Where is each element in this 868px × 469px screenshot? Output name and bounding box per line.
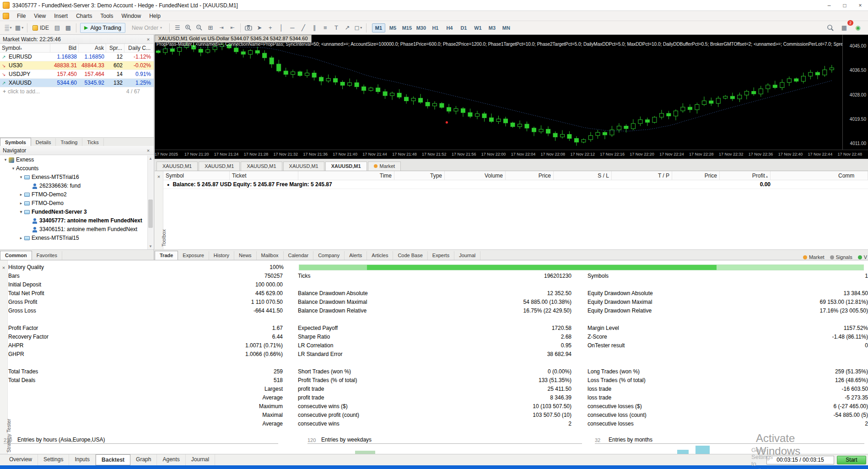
market-watch-row-usdjpy[interactable]: ↘USDJPY157.450157.464140.91% <box>0 70 154 79</box>
toolbox-tab-code-base[interactable]: Code Base <box>393 251 427 260</box>
market-tab[interactable]: Market <box>368 162 401 171</box>
menu-item-tools[interactable]: Tools <box>97 11 118 21</box>
navigator-item[interactable]: ▾Exness-MT5Trial16 <box>0 173 148 182</box>
cursor-pointer-icon[interactable]: ➤ <box>254 23 264 33</box>
toolbox-tab-articles[interactable]: Articles <box>367 251 393 260</box>
navigator-item[interactable]: 262336636: fund <box>0 182 148 190</box>
expander-closed-icon[interactable]: ▸ <box>18 199 24 208</box>
price-scale[interactable]: 4045.004036.504028.004019.504011.00 <box>842 35 868 150</box>
navigator-scrollbar[interactable]: ▲ ▼ <box>147 156 153 249</box>
arrows-tool-icon[interactable]: ↗ <box>342 23 352 33</box>
toolbox-tab-company[interactable]: Company <box>313 251 345 260</box>
mini-chart-2[interactable]: 32Entries by months <box>595 437 864 454</box>
crosshair-icon[interactable]: + <box>265 23 275 33</box>
tester-tab-inputs[interactable]: Inputs <box>69 454 96 465</box>
tester-tab-settings[interactable]: Settings <box>38 454 69 465</box>
trade-column-price-8[interactable]: Price <box>672 171 720 180</box>
horizontal-line-icon[interactable]: ─ <box>287 23 297 33</box>
menu-item-charts[interactable]: Charts <box>72 11 96 21</box>
expander-closed-icon[interactable]: ▸ <box>18 190 24 199</box>
toolbox-tab-news[interactable]: News <box>234 251 257 260</box>
maximize-button[interactable]: □ <box>837 0 852 11</box>
tester-tab-graph[interactable]: Graph <box>130 454 157 465</box>
zoom-out-icon[interactable] <box>194 23 205 33</box>
timeframe-h4[interactable]: H4 <box>443 23 456 32</box>
community-icon[interactable]: ◉ <box>853 23 863 33</box>
market-watch-close-icon[interactable]: × <box>145 36 152 43</box>
market-watch-add-row[interactable]: +click to add... 4 / 67 <box>0 87 154 96</box>
toolbox-tab-trade[interactable]: Trade <box>155 251 178 260</box>
toolbox-tab-journal[interactable]: Journal <box>454 251 480 260</box>
tester-tab-overview[interactable]: Overview <box>4 454 38 465</box>
vertical-line-icon[interactable]: │ <box>276 23 286 33</box>
mini-chart-0[interactable]: 210Entries by hours (Asia,Europe,USA) <box>4 437 278 454</box>
toolbox-right-signals[interactable]: Signals <box>825 254 853 260</box>
trade-column-comm-10[interactable]: Comm <box>836 171 868 180</box>
navigator-item[interactable]: ▾FundedNext-Server 3 <box>0 208 148 216</box>
trade-column-volume-4[interactable]: Volume <box>445 171 506 180</box>
menu-item-help[interactable]: Help <box>145 11 165 21</box>
mw-column-symbol[interactable]: Symbol ▴ <box>0 44 50 52</box>
timeframe-m3[interactable]: M3 <box>485 23 499 32</box>
scroll-thumb[interactable] <box>148 199 153 228</box>
text-tool-icon[interactable]: T <box>331 23 341 33</box>
navigator-tab-favorites[interactable]: Favorites <box>32 251 62 260</box>
fibonacci-icon[interactable]: ≡ <box>320 23 330 33</box>
chart-shift-icon[interactable]: ⇤ <box>227 23 237 33</box>
navigator-item[interactable]: ▸Exness-MT5Trial15 <box>0 234 148 243</box>
toolbox-right-v[interactable]: V <box>853 254 868 260</box>
chart-type-icon[interactable]: ▒▾ <box>3 23 13 33</box>
timeframe-m5[interactable]: M5 <box>386 23 399 32</box>
tester-tab-agents[interactable]: Agents <box>157 454 185 465</box>
templates-icon[interactable]: ▩ <box>63 23 73 33</box>
scroll-down-icon[interactable]: ▼ <box>148 243 153 249</box>
timeframe-w1[interactable]: W1 <box>471 23 485 32</box>
market-watch-tab-symbols[interactable]: Symbols <box>0 138 31 147</box>
toolbox-right-market[interactable]: Market <box>798 254 825 260</box>
search-icon[interactable] <box>825 23 836 33</box>
menu-item-view[interactable]: View <box>30 11 50 21</box>
expander-closed-icon[interactable]: ▸ <box>18 234 24 243</box>
trade-column-tp-7[interactable]: T / P <box>612 171 672 180</box>
chart-tab-0[interactable]: XAUUSD,M1 <box>156 162 198 171</box>
chart-tab-1[interactable]: XAUUSD,M1 <box>199 162 240 171</box>
navigator-item[interactable]: ▸FTMO-Demo <box>0 199 148 208</box>
toolbox-tab-mailbox[interactable]: Mailbox <box>257 251 284 260</box>
menu-item-insert[interactable]: Insert <box>50 11 72 21</box>
navigator-item[interactable]: ▾Exness <box>0 156 148 164</box>
channel-icon[interactable]: ∥ <box>309 23 319 33</box>
screenshot-camera-icon[interactable] <box>243 23 253 33</box>
tester-tab-backtest[interactable]: Backtest <box>96 454 130 465</box>
market-watch-row-xauusd[interactable]: ↗XAUUSD5344.605345.921321.25% <box>0 79 154 87</box>
toolbox-tab-experts[interactable]: Experts <box>428 251 454 260</box>
trade-column-sl-6[interactable]: S / L <box>554 171 612 180</box>
expander-open-icon[interactable]: ▾ <box>3 156 8 164</box>
trade-column-type-3[interactable]: Type <box>394 171 445 180</box>
navigator-item[interactable]: 33406151: antoine melhem FundedNext <box>0 225 148 234</box>
toolbox-tab-alerts[interactable]: Alerts <box>345 251 367 260</box>
toolbox-tab-calendar[interactable]: Calendar <box>284 251 314 260</box>
toolbox-tab-exposure[interactable]: Exposure <box>178 251 209 260</box>
price-chart[interactable]: PropPass-Master [ <unnamed>=; Connection… <box>155 35 868 159</box>
close-button[interactable]: × <box>852 0 868 11</box>
mw-column-ask[interactable]: Ask <box>79 44 106 52</box>
navigator-item[interactable]: ▸FTMO-Demo2 <box>0 190 148 199</box>
algo-trading-button[interactable]: ▶Algo Trading <box>80 23 125 33</box>
shapes-tool-icon[interactable]: ◻▾ <box>353 23 363 33</box>
timeframe-d1[interactable]: D1 <box>457 23 470 32</box>
expander-open-icon[interactable]: ▾ <box>11 164 16 173</box>
market-watch-row-eurusd[interactable]: ↗EURUSD1.168381.1685012-1.12% <box>0 53 154 61</box>
candlestick-chart[interactable] <box>155 35 842 150</box>
navigator-close-icon[interactable]: × <box>145 147 152 154</box>
toolbox-tab-history[interactable]: History <box>209 251 234 260</box>
timeframe-mn[interactable]: MN <box>500 23 513 32</box>
navigator-item[interactable]: ▾Accounts <box>0 164 148 173</box>
trade-column-ticket-1[interactable]: Ticket <box>230 171 298 180</box>
tester-tab-journal[interactable]: Journal <box>186 454 215 465</box>
scroll-up-icon[interactable]: ▲ <box>148 156 153 162</box>
time-axis[interactable]: 17 Nov 202517 Nov 21:2017 Nov 21:2417 No… <box>155 150 868 159</box>
metaeditor-ide-button[interactable]: IDE <box>30 23 52 33</box>
timeframe-m15[interactable]: M15 <box>400 23 414 32</box>
trade-column-symbol-0[interactable]: Symbol <box>163 171 230 180</box>
zoom-in-icon[interactable] <box>183 23 194 33</box>
